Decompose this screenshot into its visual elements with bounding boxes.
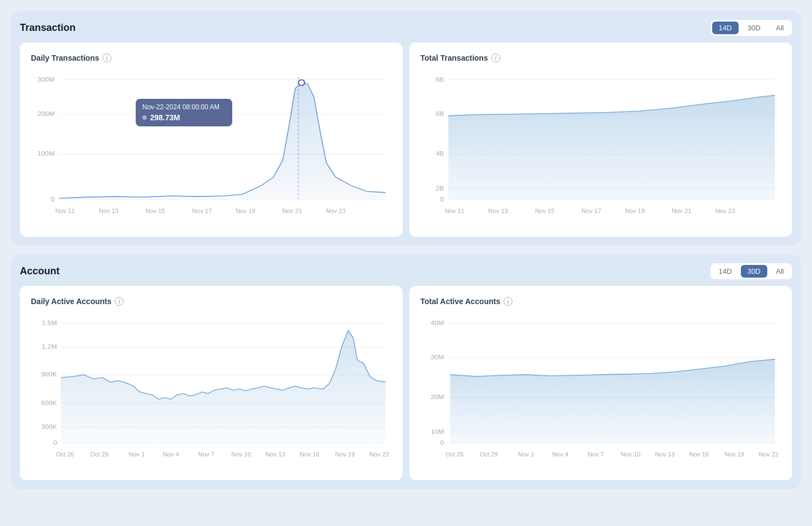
- svg-text:8B: 8B: [436, 76, 444, 83]
- svg-text:2B: 2B: [436, 184, 444, 192]
- svg-text:Oct 29: Oct 29: [479, 451, 498, 458]
- transaction-section: Transaction 14D 30D All Daily Transactio…: [11, 11, 801, 246]
- svg-text:Nov 16: Nov 16: [689, 451, 709, 458]
- svg-text:Nov 13: Nov 13: [99, 208, 119, 214]
- filter-all-transaction[interactable]: All: [770, 22, 790, 34]
- svg-text:Nov 13: Nov 13: [265, 451, 285, 458]
- daily-transactions-card: Daily Transactions i 300M 200M 100M 0: [20, 42, 403, 237]
- svg-text:100M: 100M: [38, 150, 55, 157]
- svg-text:Nov 19: Nov 19: [725, 451, 745, 458]
- svg-text:Nov 21: Nov 21: [282, 208, 302, 214]
- account-charts-row: Daily Active Accounts i 1.5M 1.2M 900K 6…: [20, 286, 792, 480]
- total-active-accounts-title: Total Active Accounts i: [420, 297, 781, 306]
- filter-14d-account[interactable]: 14D: [712, 265, 739, 278]
- svg-text:6B: 6B: [436, 110, 444, 117]
- daily-active-accounts-card: Daily Active Accounts i 1.5M 1.2M 900K 6…: [20, 286, 403, 480]
- svg-text:20M: 20M: [431, 394, 444, 401]
- svg-text:Nov 1: Nov 1: [129, 451, 145, 458]
- svg-text:Nov 15: Nov 15: [535, 208, 555, 214]
- total-transactions-title: Total Transactions i: [420, 54, 781, 62]
- svg-text:300K: 300K: [41, 423, 57, 431]
- daily-active-accounts-info-icon[interactable]: i: [115, 297, 124, 306]
- account-title: Account: [20, 265, 60, 277]
- svg-text:Nov 22: Nov 22: [759, 451, 779, 458]
- svg-text:0: 0: [53, 439, 57, 447]
- total-active-accounts-info-icon[interactable]: i: [504, 297, 512, 306]
- svg-text:0: 0: [51, 196, 55, 203]
- svg-text:Nov 19: Nov 19: [625, 208, 645, 214]
- svg-text:300M: 300M: [38, 76, 55, 83]
- total-active-accounts-card: Total Active Accounts i 40M 30M 20M 10M …: [409, 286, 792, 480]
- svg-text:Nov 13: Nov 13: [488, 208, 508, 214]
- svg-text:Nov 17: Nov 17: [581, 208, 601, 214]
- svg-text:1.2M: 1.2M: [42, 343, 57, 350]
- svg-text:200M: 200M: [38, 110, 55, 117]
- svg-text:Nov 19: Nov 19: [335, 451, 355, 458]
- svg-text:Nov 11: Nov 11: [445, 208, 464, 214]
- svg-text:4B: 4B: [436, 150, 444, 157]
- svg-point-9: [298, 80, 304, 86]
- svg-text:Nov 4: Nov 4: [163, 451, 179, 458]
- transaction-title: Transaction: [20, 22, 76, 34]
- svg-text:Nov 23: Nov 23: [326, 208, 346, 214]
- daily-active-accounts-chart: 1.5M 1.2M 900K 600K 300K 0: [31, 315, 392, 469]
- svg-text:Nov 21: Nov 21: [672, 208, 692, 214]
- svg-text:Nov 7: Nov 7: [198, 451, 214, 458]
- transaction-header: Transaction 14D 30D All: [20, 20, 792, 36]
- filter-all-account[interactable]: All: [770, 265, 790, 278]
- total-active-accounts-chart: 40M 30M 20M 10M 0: [420, 315, 781, 469]
- svg-text:Nov 4: Nov 4: [552, 451, 568, 458]
- transaction-time-filters: 14D 30D All: [710, 20, 792, 36]
- account-header: Account 14D 30D All: [20, 263, 792, 279]
- svg-text:Nov 19: Nov 19: [236, 208, 255, 214]
- svg-text:Nov 10: Nov 10: [231, 451, 251, 458]
- svg-text:1.5M: 1.5M: [42, 319, 57, 326]
- svg-text:40M: 40M: [431, 319, 444, 326]
- transaction-charts-row: Daily Transactions i 300M 200M 100M 0: [20, 42, 792, 237]
- total-transactions-card: Total Transactions i 8B 6B 4B 2B 0: [409, 42, 792, 237]
- svg-text:Nov 13: Nov 13: [655, 451, 675, 458]
- svg-text:10M: 10M: [431, 428, 444, 435]
- daily-transactions-info-icon[interactable]: i: [103, 54, 111, 62]
- svg-text:Nov 1: Nov 1: [518, 451, 534, 458]
- svg-text:Nov 23: Nov 23: [715, 208, 735, 214]
- svg-text:Nov 7: Nov 7: [587, 451, 603, 458]
- svg-text:900K: 900K: [41, 370, 57, 378]
- svg-text:Nov 15: Nov 15: [146, 208, 165, 214]
- svg-text:0: 0: [440, 439, 444, 447]
- svg-text:Nov 22: Nov 22: [370, 451, 389, 458]
- svg-text:Oct 26: Oct 26: [445, 451, 463, 458]
- filter-14d-transaction[interactable]: 14D: [712, 22, 739, 34]
- svg-text:Oct 29: Oct 29: [90, 451, 108, 458]
- daily-transactions-title: Daily Transactions i: [31, 54, 392, 62]
- svg-text:Nov 10: Nov 10: [621, 451, 640, 458]
- filter-30d-account[interactable]: 30D: [741, 265, 767, 278]
- total-transactions-info-icon[interactable]: i: [492, 54, 500, 62]
- account-time-filters: 14D 30D All: [710, 263, 792, 279]
- svg-text:0: 0: [440, 196, 444, 203]
- daily-transactions-chart: 300M 200M 100M 0: [31, 71, 392, 226]
- svg-text:Nov 16: Nov 16: [300, 451, 319, 458]
- filter-30d-transaction[interactable]: 30D: [741, 22, 767, 34]
- account-section: Account 14D 30D All Daily Active Account…: [11, 254, 801, 489]
- svg-text:Nov 17: Nov 17: [192, 208, 212, 214]
- svg-text:Nov 11: Nov 11: [55, 208, 75, 214]
- svg-text:Oct 26: Oct 26: [56, 451, 74, 458]
- daily-active-accounts-title: Daily Active Accounts i: [31, 297, 392, 306]
- svg-text:600K: 600K: [41, 399, 57, 406]
- svg-text:30M: 30M: [431, 353, 444, 360]
- total-transactions-chart: 8B 6B 4B 2B 0: [420, 71, 781, 226]
